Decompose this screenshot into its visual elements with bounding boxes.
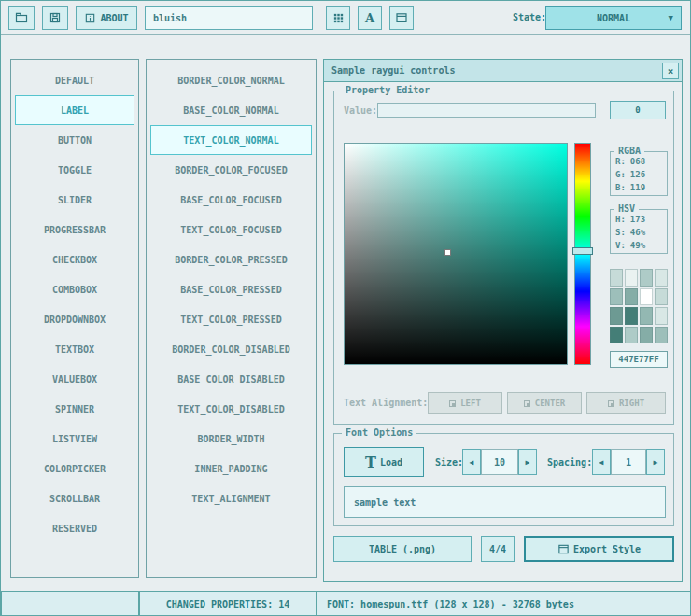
property-item-base_color_focused[interactable]: BASE_COLOR_FOCUSED xyxy=(150,185,312,215)
size-decrement-button[interactable]: ◀ xyxy=(462,449,481,475)
property-item-border_color_normal[interactable]: BORDER_COLOR_NORMAL xyxy=(150,65,312,95)
color-swatch[interactable] xyxy=(610,327,623,344)
hue-cursor[interactable] xyxy=(572,247,593,255)
control-item-toggle[interactable]: TOGGLE xyxy=(15,155,134,185)
color-swatch[interactable] xyxy=(625,307,638,325)
color-swatch[interactable] xyxy=(640,288,653,306)
property-item-base_color_normal[interactable]: BASE_COLOR_NORMAL xyxy=(150,95,312,125)
property-item-text_color_pressed[interactable]: TEXT_COLOR_PRESSED xyxy=(150,304,312,334)
spacing-increment-button[interactable]: ▶ xyxy=(646,449,665,475)
control-item-label[interactable]: LABEL xyxy=(15,95,134,125)
font-info-text: FONT: homespun.ttf (128 x 128) - 32768 b… xyxy=(327,599,574,609)
control-item-slider[interactable]: SLIDER xyxy=(15,185,134,215)
window-mode-button[interactable] xyxy=(389,6,414,30)
save-file-button[interactable] xyxy=(42,6,68,30)
control-item-default[interactable]: DEFAULT xyxy=(15,65,134,95)
spacing-decrement-button[interactable]: ◀ xyxy=(592,449,611,475)
property-item-base_color_pressed[interactable]: BASE_COLOR_PRESSED xyxy=(150,274,312,304)
color-swatch[interactable] xyxy=(655,307,668,325)
color-swatch[interactable] xyxy=(625,269,638,287)
close-panel-button[interactable]: × xyxy=(662,63,679,79)
value-slider[interactable] xyxy=(377,103,596,118)
color-swatch[interactable] xyxy=(625,288,638,306)
style-table-button[interactable] xyxy=(326,6,350,30)
close-icon: × xyxy=(668,65,674,77)
control-item-listview[interactable]: LISTVIEW xyxy=(15,424,134,454)
page-indicator: 4/4 xyxy=(489,544,506,554)
control-item-combobox[interactable]: COMBOBOX xyxy=(15,274,134,304)
align-right-label: RIGHT xyxy=(619,399,644,408)
property-item-text_color_disabled[interactable]: TEXT_COLOR_DISABLED xyxy=(150,394,312,424)
font-options-label: Font Options xyxy=(342,427,416,438)
b-label: B: xyxy=(615,183,626,196)
color-swatch[interactable] xyxy=(640,327,653,344)
color-saturation-value-picker[interactable] xyxy=(344,143,568,365)
property-item-border_color_pressed[interactable]: BORDER_COLOR_PRESSED xyxy=(150,245,312,274)
control-item-spinner[interactable]: SPINNER xyxy=(15,394,134,424)
property-item-border_color_focused[interactable]: BORDER_COLOR_FOCUSED xyxy=(150,155,312,185)
export-style-button[interactable]: Export Style xyxy=(524,536,674,562)
hsv-group: HSV H:173 S:46% V:49% xyxy=(610,209,668,254)
spacing-label: Spacing: xyxy=(547,457,592,468)
color-swatch[interactable] xyxy=(610,288,623,306)
sample-controls-panel: Sample raygui controls × Property Editor… xyxy=(323,59,683,582)
align-right-button[interactable]: RIGHT xyxy=(586,392,666,414)
property-item-border_color_disabled[interactable]: BORDER_COLOR_DISABLED xyxy=(150,334,312,364)
style-name-input[interactable] xyxy=(145,6,313,30)
sample-text: sample text xyxy=(354,497,416,508)
align-left-button[interactable]: LEFT xyxy=(428,392,502,414)
value-box[interactable]: 0 xyxy=(610,101,666,119)
control-item-colorpicker[interactable]: COLORPICKER xyxy=(15,454,134,483)
control-item-dropdownbox[interactable]: DROPDOWNBOX xyxy=(15,304,134,334)
size-label: Size: xyxy=(435,457,463,468)
property-item-text_color_normal[interactable]: TEXT_COLOR_NORMAL xyxy=(150,125,312,155)
control-item-reserved[interactable]: RESERVED xyxy=(15,513,134,543)
size-value-box[interactable]: 10 xyxy=(481,449,518,475)
property-item-base_color_disabled[interactable]: BASE_COLOR_DISABLED xyxy=(150,364,312,394)
panel-titlebar[interactable]: Sample raygui controls xyxy=(324,60,682,82)
status-changed-properties: CHANGED PROPERTIES: 14 xyxy=(139,591,317,616)
color-swatch[interactable] xyxy=(625,327,638,344)
property-item-text_color_focused[interactable]: TEXT_COLOR_FOCUSED xyxy=(150,215,312,245)
property-item-text_alignment[interactable]: TEXT_ALIGNMENT xyxy=(150,483,312,513)
color-swatch[interactable] xyxy=(655,288,668,306)
status-left xyxy=(1,591,139,616)
color-swatch[interactable] xyxy=(655,327,668,344)
control-item-button[interactable]: BUTTON xyxy=(15,125,134,155)
control-item-progressbar[interactable]: PROGRESSBAR xyxy=(15,215,134,245)
hex-value-box[interactable]: 447E77FF xyxy=(610,351,668,368)
load-font-button[interactable]: T Load xyxy=(344,447,424,477)
font-load-icon: T xyxy=(365,454,376,471)
rgba-group: RGBA R:068 G:126 B:119 xyxy=(610,151,668,196)
state-dropdown[interactable]: NORMAL ▼ xyxy=(545,6,682,30)
color-picker-cursor[interactable] xyxy=(444,249,451,256)
export-table-button[interactable]: TABLE (.png) xyxy=(333,536,472,562)
color-swatch[interactable] xyxy=(640,307,653,325)
open-file-button[interactable] xyxy=(8,6,35,30)
color-swatch[interactable] xyxy=(610,269,623,287)
spacing-value-box[interactable]: 1 xyxy=(611,449,646,475)
property-item-inner_padding[interactable]: INNER_PADDING xyxy=(150,454,312,483)
color-swatch[interactable] xyxy=(610,307,623,325)
property-item-border_width[interactable]: BORDER_WIDTH xyxy=(150,424,312,454)
control-item-textbox[interactable]: TEXTBOX xyxy=(15,334,134,364)
align-center-button[interactable]: CENTER xyxy=(507,392,582,414)
sample-text-box[interactable]: sample text xyxy=(344,486,666,518)
color-swatch[interactable] xyxy=(655,269,668,287)
controls-list: DEFAULTLABELBUTTONTOGGLESLIDERPROGRESSBA… xyxy=(10,59,139,578)
table-button-label: TABLE (.png) xyxy=(369,544,436,554)
size-increment-button[interactable]: ▶ xyxy=(518,449,537,475)
control-item-scrollbar[interactable]: SCROLLBAR xyxy=(15,483,134,513)
window-icon xyxy=(395,11,408,24)
control-item-checkbox[interactable]: CHECKBOX xyxy=(15,245,134,274)
state-dropdown-value: NORMAL xyxy=(597,13,630,23)
about-button[interactable]: ABOUT xyxy=(76,6,137,30)
color-swatch[interactable] xyxy=(640,269,653,287)
value-label: Value: xyxy=(344,105,377,116)
font-preview-button[interactable]: A xyxy=(358,6,382,30)
page-indicator-button[interactable]: 4/4 xyxy=(481,536,515,562)
toolbar: ABOUT A State: NORMAL ▼ xyxy=(1,1,690,35)
control-item-valuebox[interactable]: VALUEBOX xyxy=(15,364,134,394)
hue-bar[interactable] xyxy=(574,143,591,365)
status-font-info: FONT: homespun.ttf (128 x 128) - 32768 b… xyxy=(317,591,691,616)
